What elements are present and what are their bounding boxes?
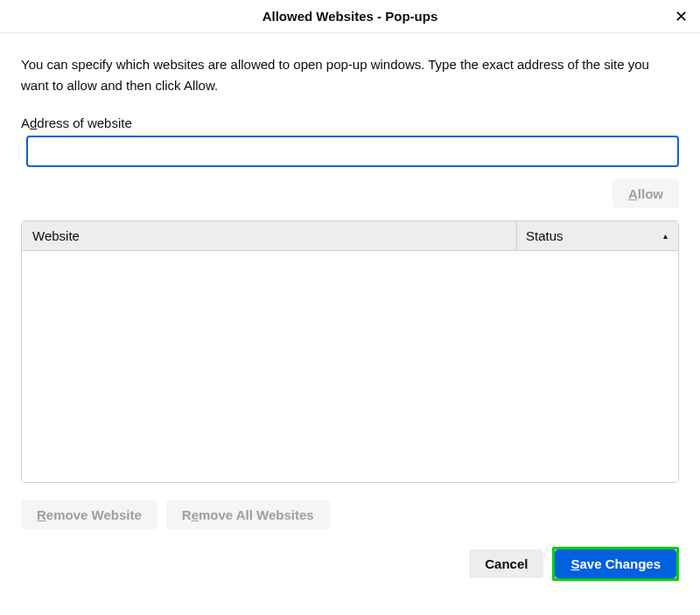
allow-button[interactable]: Allow xyxy=(612,179,679,208)
table-header: Website Status ▴ xyxy=(22,221,678,251)
dialog-content: You can specify which websites are allow… xyxy=(0,33,700,595)
remove-website-button[interactable]: Remove Website xyxy=(21,500,158,529)
address-input[interactable] xyxy=(26,136,679,167)
footer-actions: Cancel Save Changes xyxy=(21,547,679,581)
remove-all-websites-button[interactable]: Remove All Websites xyxy=(166,500,330,529)
cancel-button[interactable]: Cancel xyxy=(469,549,543,578)
remove-actions: Remove Website Remove All Websites xyxy=(21,500,679,529)
dialog-header: Allowed Websites - Pop-ups ✕ xyxy=(0,0,700,33)
close-icon: ✕ xyxy=(675,9,688,24)
websites-table: Website Status ▴ xyxy=(21,220,679,483)
save-highlight: Save Changes xyxy=(552,547,679,581)
table-body[interactable] xyxy=(22,251,678,482)
address-label: Address of website xyxy=(21,115,679,130)
dialog-title: Allowed Websites - Pop-ups xyxy=(262,9,438,24)
close-button[interactable]: ✕ xyxy=(670,6,691,27)
column-header-website[interactable]: Website xyxy=(22,228,516,243)
description-text: You can specify which websites are allow… xyxy=(21,54,679,96)
column-header-status[interactable]: Status ▴ xyxy=(516,221,678,250)
allow-row: Allow xyxy=(21,179,679,208)
sort-ascending-icon: ▴ xyxy=(663,231,668,241)
save-changes-button[interactable]: Save Changes xyxy=(555,549,676,578)
